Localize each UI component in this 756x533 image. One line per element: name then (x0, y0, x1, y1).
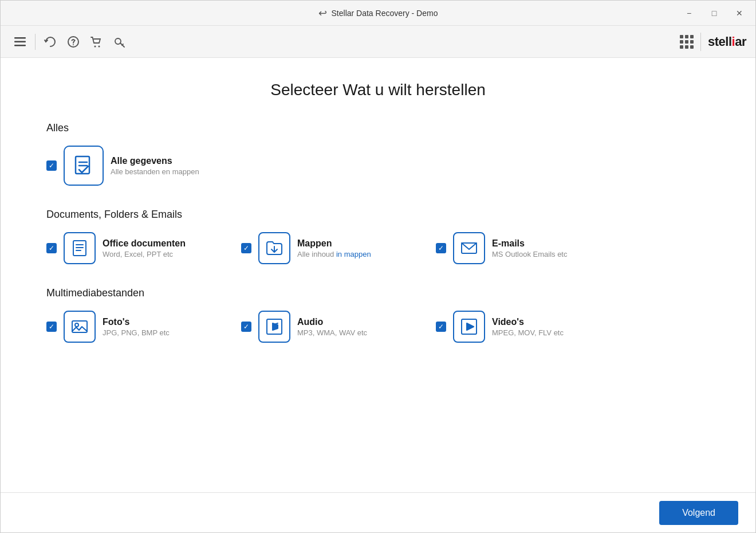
mappen-desc: Alle inhoud in mappen (297, 250, 371, 258)
fotos-name: Foto's (103, 317, 170, 327)
mappen-checkbox[interactable]: ✓ (241, 243, 251, 253)
list-item: ✓ Mappen Alle inhoud in mappen (241, 232, 401, 264)
alle-gegevens-icon (64, 146, 104, 186)
svg-rect-19 (72, 321, 87, 332)
emails-name: E-mails (492, 238, 568, 249)
alle-gegevens-text: Alle gegevens Alle bestanden en mappen (111, 156, 199, 176)
toolbar-left (10, 32, 129, 52)
section-documents: Documents, Folders & Emails ✓ (46, 209, 710, 264)
alle-gegevens-desc: Alle bestanden en mappen (111, 167, 199, 176)
svg-point-20 (75, 323, 78, 327)
fotos-text: Foto's JPG, PNG, BMP etc (103, 317, 170, 337)
stellar-logo: stelliar (708, 34, 746, 49)
cart-icon[interactable] (86, 32, 107, 52)
videos-desc: MPEG, MOV, FLV etc (492, 328, 564, 337)
list-item: ✓ Audio MP3, WMA, WAV etc (241, 311, 401, 343)
svg-rect-2 (14, 45, 26, 46)
list-item: ✓ Foto's JPG, PNG, BMP etc (46, 311, 207, 343)
close-button[interactable]: ✕ (733, 6, 746, 20)
section-multimedia: Multimediabestanden ✓ Fot (46, 287, 710, 343)
window-title: Stellar Data Recovery - Demo (332, 9, 438, 18)
key-icon[interactable] (109, 32, 129, 52)
mappen-desc-highlight: in mappen (336, 250, 371, 258)
footer: Volgend (1, 492, 755, 532)
checkmark-icon: ✓ (49, 245, 54, 252)
svg-point-6 (99, 45, 100, 47)
list-item: ✓ Video's MPEG, MOV, FLV etc (436, 311, 596, 343)
alle-gegevens-checkbox[interactable]: ✓ (46, 160, 57, 171)
svg-marker-24 (467, 323, 474, 330)
title-bar-title: ↩ Stellar Data Recovery - Demo (318, 7, 438, 19)
videos-text: Video's MPEG, MOV, FLV etc (492, 317, 564, 337)
toolbar-separator-1 (35, 34, 36, 50)
mappen-icon (258, 232, 290, 264)
section-documents-title: Documents, Folders & Emails (46, 209, 710, 221)
help-icon[interactable] (63, 32, 84, 52)
audio-text: Audio MP3, WMA, WAV etc (297, 317, 367, 337)
fotos-icon (64, 311, 96, 343)
svg-rect-1 (14, 41, 26, 42)
svg-rect-0 (14, 37, 26, 39)
section-alles: Alles ✓ (46, 122, 710, 186)
multimedia-items-row: ✓ Foto's JPG, PNG, BMP etc (46, 311, 710, 343)
documents-items-row: ✓ Office documenten Word, Excel, PPT etc (46, 232, 710, 264)
emails-checkbox[interactable]: ✓ (436, 243, 446, 253)
svg-point-5 (94, 45, 96, 47)
audio-icon (258, 311, 290, 343)
logo-separator (700, 33, 701, 51)
section-multimedia-title: Multimediabestanden (46, 287, 710, 299)
fotos-desc: JPG, PNG, BMP etc (103, 328, 170, 337)
audio-name: Audio (297, 317, 367, 327)
list-item: ✓ Office documenten Word, Excel, PPT etc (46, 232, 207, 264)
audio-checkbox[interactable]: ✓ (241, 322, 251, 332)
audio-desc: MP3, WMA, WAV etc (297, 328, 367, 337)
apps-grid-icon[interactable] (680, 35, 694, 49)
maximize-button[interactable]: □ (707, 6, 721, 20)
videos-icon (453, 311, 485, 343)
menu-icon[interactable] (10, 32, 30, 52)
emails-text: E-mails MS Outlook Emails etc (492, 238, 568, 258)
videos-checkbox[interactable]: ✓ (436, 322, 446, 332)
office-text: Office documenten Word, Excel, PPT etc (103, 238, 186, 258)
videos-name: Video's (492, 317, 564, 327)
alle-gegevens-name: Alle gegevens (111, 156, 199, 166)
mappen-text: Mappen Alle inhoud in mappen (297, 238, 371, 258)
checkmark-icon: ✓ (49, 162, 54, 169)
checkmark-icon: ✓ (438, 245, 444, 252)
alles-items-row: ✓ Alle gegevens Alle bestanden (46, 146, 710, 186)
checkmark-icon: ✓ (243, 245, 249, 252)
next-button[interactable]: Volgend (659, 501, 738, 525)
main-window: ↩ Stellar Data Recovery - Demo − □ ✕ (0, 0, 756, 533)
svg-point-4 (73, 44, 74, 45)
title-bar: ↩ Stellar Data Recovery - Demo − □ ✕ (1, 1, 755, 26)
office-name: Office documenten (103, 238, 186, 249)
emails-icon (453, 232, 485, 264)
main-content: Selecteer Wat u wilt herstellen Alles ✓ (1, 58, 755, 492)
mappen-name: Mappen (297, 238, 371, 249)
fotos-checkbox[interactable]: ✓ (46, 322, 57, 332)
page-title: Selecteer Wat u wilt herstellen (46, 81, 710, 99)
section-alles-title: Alles (46, 122, 710, 134)
toolbar: stelliar (1, 26, 755, 58)
office-desc: Word, Excel, PPT etc (103, 250, 186, 258)
office-checkbox[interactable]: ✓ (46, 243, 57, 253)
back-arrow-icon: ↩ (318, 7, 327, 19)
checkmark-icon: ✓ (438, 323, 444, 330)
checkmark-icon: ✓ (49, 323, 54, 330)
emails-desc: MS Outlook Emails etc (492, 250, 568, 258)
office-icon (64, 232, 96, 264)
minimize-button[interactable]: − (682, 6, 696, 20)
stellar-logo-accent: i (732, 34, 735, 49)
list-item: ✓ E-mails MS Outlook Emails etc (436, 232, 596, 264)
toolbar-right: stelliar (680, 33, 746, 51)
checkmark-icon: ✓ (243, 323, 249, 330)
list-item: ✓ Alle gegevens Alle bestanden (46, 146, 207, 186)
title-bar-controls: − □ ✕ (682, 1, 746, 25)
refresh-icon[interactable] (40, 32, 61, 52)
